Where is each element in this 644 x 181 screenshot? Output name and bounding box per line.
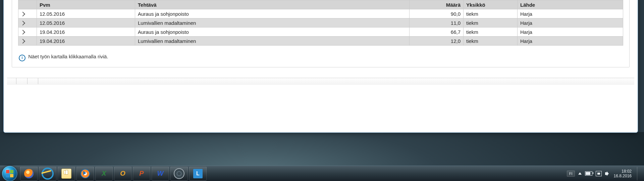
show-desktop-button[interactable] bbox=[637, 167, 641, 180]
expand-cell[interactable] bbox=[18, 18, 37, 27]
table-row[interactable]: 19.04.2016Auraus ja sohjonpoisto66,7tiek… bbox=[18, 27, 623, 37]
unit-cell: tiekm bbox=[464, 18, 518, 27]
taskbar-explorer[interactable] bbox=[58, 167, 75, 181]
taskbar-powerpoint[interactable]: P bbox=[133, 167, 150, 181]
lync-icon: L bbox=[193, 169, 203, 178]
date-cell: 19.04.2016 bbox=[37, 27, 135, 37]
clock-date: 16.8.2016 bbox=[614, 174, 632, 178]
taskbar-outlook[interactable]: O bbox=[114, 167, 131, 181]
task-cell: Lumivallien madaltaminen bbox=[135, 18, 410, 27]
start-button[interactable] bbox=[2, 166, 17, 181]
col-expand-header bbox=[18, 0, 37, 9]
amount-cell: 66,7 bbox=[410, 27, 464, 37]
excel-icon: X bbox=[99, 169, 109, 178]
expand-cell[interactable] bbox=[18, 9, 37, 18]
unit-cell: tiekm bbox=[464, 9, 518, 18]
source-cell: Harja bbox=[518, 27, 623, 37]
show-hidden-icons[interactable] bbox=[578, 172, 582, 175]
source-cell: Harja bbox=[518, 18, 623, 27]
ghost-tab[interactable] bbox=[7, 78, 16, 84]
file-explorer-icon bbox=[61, 169, 71, 179]
table-row[interactable]: 12.05.2016Lumivallien madaltaminen11,0ti… bbox=[18, 18, 623, 27]
battery-icon[interactable] bbox=[585, 171, 592, 176]
taskbar-excel[interactable]: X bbox=[95, 167, 113, 181]
taskbar-word[interactable]: W bbox=[152, 167, 169, 181]
task-cell: Auraus ja sohjonpoisto bbox=[135, 9, 410, 18]
taskbar-media-player[interactable] bbox=[76, 167, 94, 181]
system-tray: FI 18:02 16.8.2016 bbox=[567, 167, 643, 180]
unit-cell: tiekm bbox=[464, 27, 518, 37]
chevron-right-icon bbox=[20, 29, 25, 34]
taskbar: X O P W L FI 18:02 16.8.2016 bbox=[0, 166, 644, 181]
table-row[interactable]: 12.05.2016Auraus ja sohjonpoisto90,0tiek… bbox=[18, 9, 623, 18]
language-indicator[interactable]: FI bbox=[567, 171, 575, 177]
outlook-icon: O bbox=[118, 169, 127, 178]
source-cell: Harja bbox=[518, 37, 623, 46]
volume-icon[interactable] bbox=[605, 171, 610, 176]
amount-cell: 90,0 bbox=[410, 9, 464, 18]
powerpoint-icon: P bbox=[137, 169, 146, 178]
expand-cell[interactable] bbox=[18, 37, 37, 46]
network-icon[interactable] bbox=[596, 171, 602, 176]
info-line: i Näet työn kartalla klikkaamalla riviä. bbox=[19, 54, 623, 61]
disc-icon bbox=[174, 168, 184, 179]
ghost-tab[interactable] bbox=[29, 78, 38, 84]
col-date-header: Pvm bbox=[37, 0, 135, 9]
desktop-background bbox=[0, 132, 644, 166]
taskbar-ie[interactable] bbox=[39, 167, 56, 181]
clock-time: 18:02 bbox=[622, 169, 632, 174]
ie-icon bbox=[42, 168, 54, 180]
taskbar-disc[interactable] bbox=[170, 167, 188, 181]
date-cell: 12.05.2016 bbox=[37, 9, 135, 18]
clock[interactable]: 18:02 16.8.2016 bbox=[614, 169, 632, 178]
taskbar-lync[interactable]: L bbox=[189, 167, 207, 181]
work-table: Pvm Tehtävä Määrä Yksikkö Lähde 12.05.20… bbox=[18, 0, 623, 46]
info-icon: i bbox=[19, 55, 25, 61]
date-cell: 12.05.2016 bbox=[37, 18, 135, 27]
firefox-icon bbox=[24, 169, 34, 178]
expand-cell[interactable] bbox=[18, 27, 37, 37]
chevron-right-icon bbox=[20, 20, 25, 25]
source-cell: Harja bbox=[518, 9, 623, 18]
chevron-right-icon bbox=[20, 39, 25, 43]
ghost-tab[interactable] bbox=[18, 78, 28, 84]
task-cell: Lumivallien madaltaminen bbox=[135, 37, 410, 46]
task-cell: Auraus ja sohjonpoisto bbox=[135, 27, 410, 37]
col-amount-header: Määrä bbox=[410, 0, 464, 9]
taskbar-firefox[interactable] bbox=[20, 167, 38, 181]
chevron-right-icon bbox=[20, 11, 25, 16]
col-task-header: Tehtävä bbox=[135, 0, 410, 9]
table-row[interactable]: 19.04.2016Lumivallien madaltaminen12,0ti… bbox=[18, 37, 623, 46]
amount-cell: 12,0 bbox=[410, 37, 464, 46]
col-source-header: Lähde bbox=[518, 0, 623, 9]
date-cell: 19.04.2016 bbox=[37, 37, 135, 46]
col-unit-header: Yksikkö bbox=[464, 0, 518, 9]
unit-cell: tiekm bbox=[464, 37, 518, 46]
amount-cell: 11,0 bbox=[410, 18, 464, 27]
content-card: Kokonaishintaisten töiden toteumat Pvm T… bbox=[12, 0, 630, 67]
word-icon: W bbox=[156, 169, 165, 178]
table-header-row: Pvm Tehtävä Määrä Yksikkö Lähde bbox=[18, 0, 623, 9]
browser-tab-strip bbox=[7, 78, 634, 85]
media-player-icon bbox=[80, 169, 90, 178]
info-text: Näet työn kartalla klikkaamalla riviä. bbox=[28, 54, 108, 59]
windows-logo-icon bbox=[6, 170, 13, 177]
browser-window: Kokonaishintaisten töiden toteumat Pvm T… bbox=[3, 0, 638, 133]
